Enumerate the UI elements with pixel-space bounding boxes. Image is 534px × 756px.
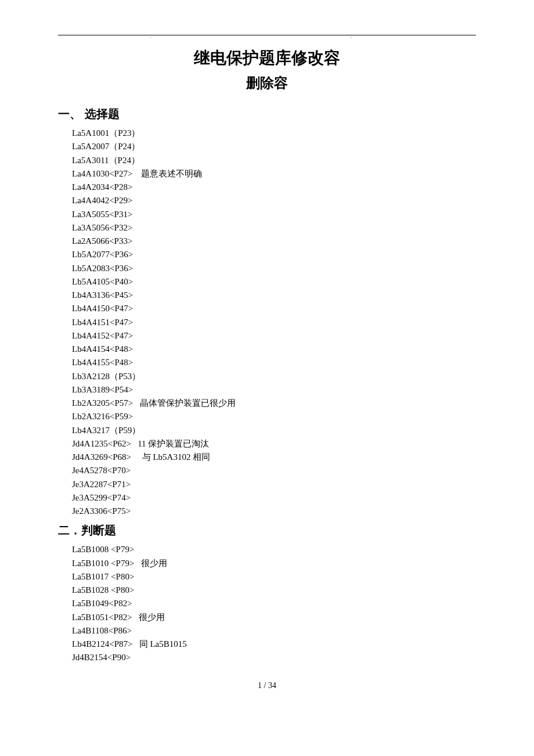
- section-2-list: La5B1008 <P79> La5B1010 <P79> 很少用 La5B10…: [72, 543, 476, 664]
- list-item: La2A5066<P33>: [72, 235, 476, 248]
- page-footer: 1 / 34: [58, 681, 476, 690]
- list-item: Lb2A3216<P59>: [72, 410, 476, 423]
- section-2: 二．判断题 La5B1008 <P79> La5B1010 <P79> 很少用 …: [58, 523, 476, 664]
- list-item: Lb5A2083<P36>: [72, 262, 476, 275]
- list-item: Je3A5299<P74>: [72, 491, 476, 505]
- list-item: Jd4A3269<P68> 与 Lb5A3102 相同: [72, 451, 476, 464]
- top-rule: . .: [58, 35, 476, 35]
- list-item: Je2A3306<P75>: [72, 505, 476, 518]
- list-item: Lb4A4154<P48>: [72, 343, 476, 356]
- list-item: Lb3A2128（P53）: [72, 370, 476, 383]
- list-item: Je4A5278<P70>: [72, 464, 476, 477]
- list-item: La5A2007（P24）: [72, 140, 476, 153]
- list-item: Lb4B2124<P87> 同 La5B1015: [72, 638, 476, 651]
- list-item: Lb5A4105<P40>: [72, 275, 476, 289]
- list-item: La4B1108<P86>: [72, 624, 476, 638]
- list-item: Je3A2287<P71>: [72, 478, 476, 491]
- list-item: La4A4042<P29>: [72, 194, 476, 207]
- doc-title: 继电保护题库修改容: [58, 47, 476, 69]
- list-item: La5B1028 <P80>: [72, 584, 476, 597]
- list-item: La5B1049<P82>: [72, 597, 476, 610]
- list-item: La5B1010 <P79> 很少用: [72, 557, 476, 570]
- list-item: Lb5A2077<P36>: [72, 248, 476, 261]
- list-item: Jd4B2154<P90>: [72, 651, 476, 664]
- list-item: La4A1030<P27> 题意表述不明确: [72, 167, 476, 181]
- list-item: La5B1008 <P79>: [72, 543, 476, 556]
- list-item: Lb4A4151<P47>: [72, 316, 476, 329]
- section-1: 一、 选择题 La5A1001（P23） La5A2007（P24） La5A3…: [58, 106, 476, 518]
- dot-right: .: [351, 34, 352, 39]
- list-item: Lb4A3217（P59）: [72, 424, 476, 437]
- list-item: La5A1001（P23）: [72, 127, 476, 140]
- list-item: Lb2A3205<P57> 晶体管保护装置已很少用: [72, 397, 476, 410]
- list-item: Lb4A4150<P47>: [72, 302, 476, 315]
- section-2-heading: 二．判断题: [58, 523, 476, 538]
- list-item: Lb3A3189<P54>: [72, 383, 476, 397]
- list-item: La5B1051<P82> 很少用: [72, 611, 476, 624]
- list-item: Lb4A4152<P47>: [72, 329, 476, 343]
- list-item: La5A3011（P24）: [72, 154, 476, 167]
- section-1-heading: 一、 选择题: [58, 106, 476, 122]
- dot-left: .: [150, 34, 151, 39]
- list-item: La4A2034<P28>: [72, 181, 476, 194]
- list-item: Lb4A3136<P45>: [72, 289, 476, 302]
- doc-subtitle: 删除容: [58, 74, 476, 92]
- section-1-list: La5A1001（P23） La5A2007（P24） La5A3011（P24…: [72, 127, 476, 518]
- list-item: Lb4A4155<P48>: [72, 356, 476, 369]
- list-item: La3A5055<P31>: [72, 208, 476, 221]
- list-item: La5B1017 <P80>: [72, 570, 476, 584]
- list-item: La3A5056<P32>: [72, 221, 476, 235]
- list-item: Jd4A1235<P62> 11 保护装置已淘汰: [72, 437, 476, 451]
- page-container: . . 继电保护题库修改容 删除容 一、 选择题 La5A1001（P23） L…: [0, 0, 534, 714]
